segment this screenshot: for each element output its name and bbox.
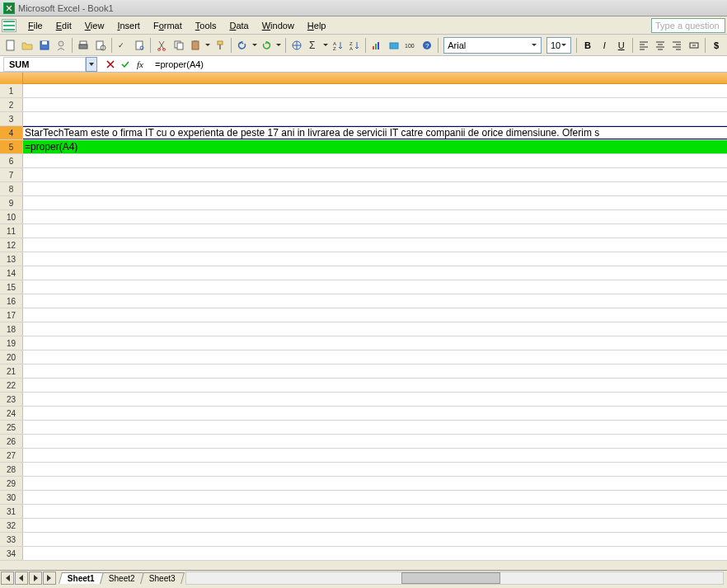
spreadsheet-grid[interactable]: 1234StarTechTeam este o firma IT cu o ex… bbox=[0, 73, 727, 561]
row-cells[interactable] bbox=[23, 98, 727, 111]
column-header-area[interactable] bbox=[23, 73, 727, 83]
row-header[interactable]: 13 bbox=[0, 252, 23, 266]
row-cells[interactable] bbox=[23, 421, 727, 434]
enter-formula-button[interactable] bbox=[119, 58, 132, 71]
format-painter-button[interactable] bbox=[212, 37, 227, 54]
row-cells[interactable] bbox=[23, 294, 727, 308]
help-button[interactable]: ? bbox=[420, 37, 434, 54]
row-cells[interactable] bbox=[23, 505, 727, 518]
row-header[interactable]: 10 bbox=[0, 210, 23, 223]
row-cells[interactable] bbox=[23, 224, 727, 238]
horizontal-scrollbar[interactable] bbox=[185, 572, 724, 585]
research-button[interactable] bbox=[132, 37, 147, 54]
row-cells[interactable] bbox=[23, 322, 727, 336]
row-cells[interactable] bbox=[23, 266, 727, 280]
name-box[interactable]: SUM bbox=[3, 57, 86, 72]
undo-dropdown[interactable] bbox=[251, 37, 257, 54]
row-header[interactable]: 32 bbox=[0, 519, 23, 532]
row-cells[interactable] bbox=[23, 393, 727, 406]
formula-input[interactable]: =proper(A4) bbox=[152, 57, 727, 72]
row-header[interactable]: 25 bbox=[0, 421, 23, 434]
new-button[interactable] bbox=[3, 37, 18, 54]
sheet-tab-3[interactable]: Sheet3 bbox=[140, 572, 184, 584]
row-cells[interactable] bbox=[23, 350, 727, 364]
align-right-button[interactable] bbox=[669, 37, 684, 54]
row-cells[interactable] bbox=[23, 112, 727, 125]
row-header[interactable]: 24 bbox=[0, 407, 23, 420]
menu-edit[interactable]: Edit bbox=[49, 19, 78, 32]
row-cells[interactable] bbox=[23, 308, 727, 322]
row-cells[interactable] bbox=[23, 238, 727, 252]
menu-data[interactable]: Data bbox=[223, 19, 255, 32]
bold-button[interactable]: B bbox=[580, 37, 595, 54]
italic-button[interactable]: I bbox=[597, 37, 612, 54]
row-cells[interactable] bbox=[23, 519, 727, 532]
row-cells[interactable] bbox=[23, 336, 727, 350]
sheet-tab-2[interactable]: Sheet2 bbox=[100, 572, 143, 584]
permission-button[interactable] bbox=[54, 37, 68, 54]
sort-asc-button[interactable]: AZ bbox=[331, 37, 345, 54]
name-box-dropdown[interactable] bbox=[86, 57, 97, 72]
row-header[interactable]: 8 bbox=[0, 182, 23, 195]
cancel-formula-button[interactable] bbox=[104, 58, 117, 71]
row-cells[interactable] bbox=[23, 449, 727, 462]
print-button[interactable] bbox=[76, 37, 91, 54]
row-cells[interactable] bbox=[23, 365, 727, 378]
tab-nav-last[interactable] bbox=[43, 572, 56, 585]
row-header[interactable]: 7 bbox=[0, 168, 23, 181]
row-header[interactable]: 33 bbox=[0, 533, 23, 546]
select-all-corner[interactable] bbox=[0, 73, 23, 84]
chart-button[interactable] bbox=[369, 37, 384, 54]
row-header[interactable]: 3 bbox=[0, 112, 23, 125]
row-cells[interactable] bbox=[23, 491, 727, 504]
fx-button[interactable]: fx bbox=[134, 58, 147, 71]
row-header[interactable]: 23 bbox=[0, 393, 23, 406]
redo-dropdown[interactable] bbox=[276, 37, 282, 54]
tab-nav-prev[interactable] bbox=[15, 572, 28, 585]
row-header[interactable]: 30 bbox=[0, 491, 23, 504]
row-cells[interactable] bbox=[23, 154, 727, 167]
row-cells[interactable] bbox=[23, 182, 727, 195]
row-cells[interactable] bbox=[23, 379, 727, 392]
save-button[interactable] bbox=[37, 37, 52, 54]
cut-button[interactable] bbox=[154, 37, 169, 54]
row-header[interactable]: 6 bbox=[0, 154, 23, 167]
row-header[interactable]: 16 bbox=[0, 294, 23, 308]
menu-tools[interactable]: Tools bbox=[189, 19, 223, 32]
row-cells[interactable] bbox=[23, 463, 727, 476]
underline-button[interactable]: U bbox=[613, 37, 628, 54]
spell-button[interactable]: ✓ bbox=[115, 37, 130, 54]
row-header[interactable]: 11 bbox=[0, 224, 23, 238]
menu-view[interactable]: View bbox=[78, 19, 111, 32]
row-header[interactable]: 4 bbox=[0, 126, 23, 139]
zoom-100-button[interactable]: 100 bbox=[403, 37, 418, 54]
paste-button[interactable] bbox=[188, 37, 203, 54]
row-cells[interactable] bbox=[23, 280, 727, 294]
row-header[interactable]: 28 bbox=[0, 463, 23, 476]
scrollbar-thumb[interactable] bbox=[401, 572, 500, 584]
row-header[interactable]: 15 bbox=[0, 280, 23, 294]
print-preview-button[interactable] bbox=[92, 37, 107, 54]
row-header[interactable]: 19 bbox=[0, 336, 23, 350]
row-cells[interactable] bbox=[23, 533, 727, 546]
autosum-dropdown[interactable] bbox=[322, 37, 328, 54]
align-center-button[interactable] bbox=[653, 37, 668, 54]
menu-file[interactable]: File bbox=[21, 19, 49, 32]
row-header[interactable]: 26 bbox=[0, 435, 23, 448]
autosum-button[interactable]: Σ bbox=[306, 37, 321, 54]
row-header[interactable]: 21 bbox=[0, 365, 23, 378]
row-header[interactable]: 1 bbox=[0, 84, 23, 97]
row-cells[interactable]: =proper(A4) bbox=[23, 140, 727, 153]
row-header[interactable]: 29 bbox=[0, 477, 23, 490]
merge-button[interactable] bbox=[687, 37, 701, 54]
row-header[interactable]: 18 bbox=[0, 322, 23, 336]
row-cells[interactable] bbox=[23, 547, 727, 560]
hyperlink-button[interactable] bbox=[289, 37, 304, 54]
row-header[interactable]: 2 bbox=[0, 98, 23, 111]
row-header[interactable]: 22 bbox=[0, 379, 23, 392]
sheet-tab-1[interactable]: Sheet1 bbox=[59, 572, 104, 584]
font-size-select[interactable]: 10 bbox=[546, 37, 571, 54]
row-cells[interactable] bbox=[23, 168, 727, 181]
row-cells[interactable] bbox=[23, 252, 727, 266]
font-name-select[interactable]: Arial bbox=[443, 37, 542, 54]
